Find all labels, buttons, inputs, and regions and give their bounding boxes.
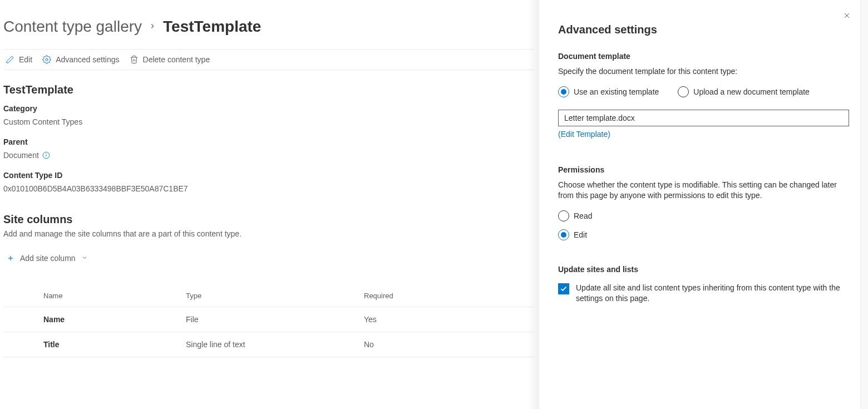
radio-upload-new[interactable]: Upload a new document template — [678, 86, 810, 97]
panel-scrollbar[interactable] — [860, 0, 868, 409]
radio-read[interactable]: Read — [558, 210, 849, 221]
parent-value-text: Document — [3, 151, 39, 160]
table-row[interactable]: Title Single line of text No — [3, 332, 534, 357]
parent-label: Parent — [3, 137, 534, 146]
update-heading: Update sites and lists — [558, 265, 849, 274]
close-button[interactable] — [841, 10, 852, 21]
row-name: Title — [3, 332, 181, 357]
category-label: Category — [3, 104, 534, 113]
breadcrumb-parent[interactable]: Content type gallery — [3, 18, 142, 36]
col-header-type[interactable]: Type — [181, 285, 359, 307]
advanced-label: Advanced settings — [56, 55, 119, 64]
details-section: TestTemplate Category Custom Content Typ… — [3, 70, 534, 193]
category-value: Custom Content Types — [3, 117, 534, 126]
row-name: Name — [3, 307, 181, 332]
row-type: File — [181, 307, 359, 332]
col-header-required[interactable]: Required — [359, 285, 534, 307]
delete-label: Delete content type — [143, 55, 210, 64]
doc-template-heading: Document template — [558, 52, 849, 61]
edit-template-link[interactable]: (Edit Template) — [558, 130, 610, 139]
site-columns-title: Site columns — [3, 213, 534, 226]
svg-point-0 — [46, 58, 48, 61]
radio-icon — [558, 210, 569, 221]
breadcrumb-current: TestTemplate — [163, 18, 261, 36]
ctid-label: Content Type ID — [3, 171, 534, 180]
row-type: Single line of text — [181, 332, 359, 357]
add-site-column-label: Add site column — [20, 254, 76, 263]
panel-title: Advanced settings — [558, 23, 849, 36]
chevron-down-icon — [81, 254, 88, 263]
table-row[interactable]: Name File Yes — [3, 307, 534, 332]
content-type-title: TestTemplate — [3, 83, 534, 96]
row-required: Yes — [359, 307, 534, 332]
edit-label: Edit — [19, 55, 32, 64]
command-bar: Edit Advanced settings Delete content ty… — [3, 49, 534, 70]
chevron-right-icon — [149, 21, 156, 33]
radio-edit[interactable]: Edit — [558, 229, 849, 240]
site-columns-description: Add and manage the site columns that are… — [3, 229, 534, 238]
row-required: No — [359, 332, 534, 357]
delete-button[interactable]: Delete content type — [130, 55, 210, 64]
main-content: Content type gallery TestTemplate Edit A… — [0, 0, 534, 357]
radio-icon — [558, 86, 569, 97]
plus-icon — [7, 254, 16, 262]
advanced-settings-button[interactable]: Advanced settings — [42, 55, 119, 64]
update-checkbox-label: Update all site and list content types i… — [576, 283, 843, 304]
radio-label: Edit — [574, 230, 587, 239]
svg-point-3 — [46, 154, 47, 154]
permissions-description: Choose whether the content type is modif… — [558, 180, 849, 201]
permissions-heading: Permissions — [558, 165, 849, 174]
radio-label: Use an existing template — [574, 87, 659, 96]
permissions-radio-group: Read Edit — [558, 210, 849, 240]
table-header-row: Name Type Required — [3, 285, 534, 307]
doc-template-description: Specify the document template for this c… — [558, 66, 849, 77]
edit-button[interactable]: Edit — [6, 55, 32, 64]
update-checkbox-row: Update all site and list content types i… — [558, 283, 849, 304]
radio-label: Read — [574, 211, 592, 220]
radio-label: Upload a new document template — [693, 87, 810, 96]
close-icon — [842, 11, 851, 20]
radio-use-existing[interactable]: Use an existing template — [558, 86, 659, 97]
add-site-column-button[interactable]: Add site column — [3, 254, 534, 263]
update-checkbox[interactable] — [558, 283, 569, 294]
info-icon[interactable] — [42, 151, 50, 159]
parent-value: Document — [3, 151, 534, 160]
gear-icon — [42, 55, 51, 64]
radio-icon — [558, 229, 569, 240]
col-header-name[interactable]: Name — [3, 285, 181, 307]
ctid-value: 0x010100B6D5B4A03B6333498BBF3E50A87C1BE7 — [3, 184, 534, 193]
template-path-input[interactable] — [558, 110, 849, 126]
advanced-settings-panel: Advanced settings Document template Spec… — [539, 0, 868, 409]
trash-icon — [130, 55, 139, 64]
site-columns-table: Name Type Required Name File Yes Title S… — [3, 285, 534, 357]
template-radio-group: Use an existing template Upload a new do… — [558, 86, 849, 97]
pencil-icon — [6, 55, 14, 64]
check-icon — [560, 285, 568, 293]
breadcrumb: Content type gallery TestTemplate — [3, 0, 534, 49]
radio-icon — [678, 86, 689, 97]
